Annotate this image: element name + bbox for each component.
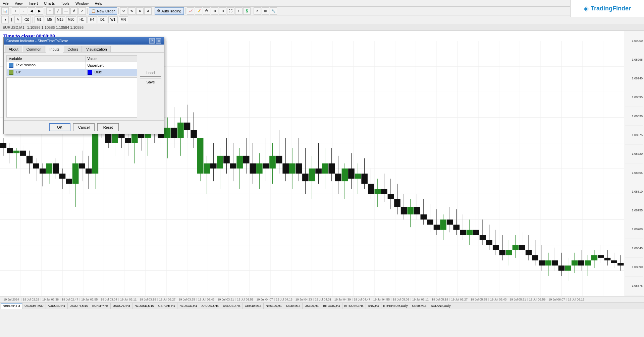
- menu-tools[interactable]: Tools: [59, 1, 71, 5]
- col-value: Value: [85, 56, 137, 62]
- tab-visualization[interactable]: Visualization: [83, 46, 111, 52]
- toolbar-scale[interactable]: ↕: [235, 7, 243, 15]
- price-14: 1.08875: [625, 277, 643, 295]
- indicator-dialog: Custom Indicator - ShowTimeToClose ? ✕ A…: [3, 37, 164, 134]
- tab-xauusd[interactable]: XAUUSD,H4: [199, 303, 221, 309]
- tab-usdcad[interactable]: USDCAD,H4: [111, 303, 132, 309]
- toolbar-minus[interactable]: ⊖: [219, 7, 226, 15]
- dialog-help-button[interactable]: ?: [149, 38, 155, 44]
- tab-cn50[interactable]: CN50,M15: [410, 303, 429, 309]
- row1-value[interactable]: UpperLeft: [85, 62, 137, 69]
- tab-nzdsgd[interactable]: NZDSGD,H4: [177, 303, 199, 309]
- tf-h4[interactable]: H4: [88, 16, 97, 23]
- save-button[interactable]: Save: [140, 78, 161, 86]
- toolbar-indicators[interactable]: 📈: [187, 7, 194, 15]
- toolbar-full[interactable]: ⛶: [227, 7, 234, 15]
- cancel-button[interactable]: Cancel: [73, 123, 95, 131]
- toolbar-zoom-out[interactable]: -: [20, 7, 27, 15]
- toolbar-btn4[interactable]: ↺: [144, 7, 152, 15]
- table-row[interactable]: Clr Blue: [7, 69, 137, 76]
- tab-nzdusd[interactable]: NZDUSD,M15: [132, 303, 156, 309]
- tab-xagusd[interactable]: XAGUSD,H4: [221, 303, 243, 309]
- tab-nas100[interactable]: NAS100,H1: [264, 303, 284, 309]
- table-row[interactable]: TextPosition UpperLeft: [7, 62, 137, 69]
- toolbar-new-chart[interactable]: 📊: [1, 7, 9, 15]
- toolbar-text[interactable]: A: [70, 7, 78, 15]
- tab-common[interactable]: Common: [23, 46, 45, 52]
- toolbar-zoom-in[interactable]: +: [12, 7, 19, 15]
- menu-window[interactable]: Window: [74, 1, 90, 5]
- tab-bitcoinc[interactable]: BITCOINC,H4: [342, 303, 366, 309]
- toolbar-btn1[interactable]: ⟳: [120, 7, 127, 15]
- tab-ger40[interactable]: GER40,M15: [243, 303, 264, 309]
- time-label-12: 19 Jul 03:59: [236, 298, 255, 301]
- toolbar-arrow[interactable]: ↗: [78, 7, 86, 15]
- tf-eraser[interactable]: ⌫: [23, 16, 31, 23]
- toolbar-period[interactable]: ⏱: [203, 7, 210, 15]
- toolbar-chart-type[interactable]: 🕯: [254, 7, 261, 15]
- tf-m30[interactable]: M30: [66, 16, 76, 23]
- tab-audusd[interactable]: AUDUSD,H1: [46, 303, 68, 309]
- tf-mn[interactable]: MN: [119, 16, 128, 23]
- toolbar-template[interactable]: 📝: [195, 7, 202, 15]
- time-label-18: 19 Jul 04:47: [353, 298, 372, 301]
- toolbar-crosshair[interactable]: ✛: [46, 7, 54, 15]
- dialog-close-button[interactable]: ✕: [156, 38, 161, 44]
- tab-usdchf[interactable]: USDCHF,M30: [22, 303, 46, 309]
- price-7: 1.08720: [625, 145, 643, 163]
- tab-eurjpy[interactable]: EURJPY,H4: [90, 303, 111, 309]
- ok-button[interactable]: OK: [49, 123, 70, 131]
- tf-m15[interactable]: M15: [55, 16, 65, 23]
- menu-charts[interactable]: Charts: [43, 1, 56, 5]
- toolbar-hline[interactable]: —: [62, 7, 70, 15]
- row1-icon: [9, 63, 13, 68]
- tab-gbpchf[interactable]: GBPCHF,H1: [156, 303, 178, 309]
- tf-pencil[interactable]: ✎: [14, 16, 22, 23]
- tab-uk100[interactable]: UK100,H1: [303, 303, 321, 309]
- tab-us30[interactable]: US30,M15: [284, 303, 303, 309]
- tf-d1[interactable]: D1: [98, 16, 107, 23]
- menu-file[interactable]: File: [1, 1, 10, 5]
- separator-2: [45, 8, 45, 14]
- tf-m1[interactable]: M1: [35, 16, 44, 23]
- tab-usdjpy[interactable]: USDJPY,M15: [68, 303, 90, 309]
- time-label-29: 19 Jul 06:15: [567, 298, 586, 301]
- toolbar-scroll-left[interactable]: ◀: [28, 7, 35, 15]
- tf-arrow-left[interactable]: ◂: [1, 16, 9, 23]
- menu-help[interactable]: Help: [93, 1, 104, 5]
- toolbar-line[interactable]: ╱: [54, 7, 62, 15]
- row2-value[interactable]: Blue: [85, 69, 137, 76]
- logo-text: TradingFinder: [591, 5, 631, 12]
- tab-ethereum[interactable]: ETHEREUM,Daily: [381, 303, 410, 309]
- tab-gbpusd[interactable]: GBPUSD,H4: [1, 303, 22, 309]
- toolbar-plus[interactable]: ⊕: [211, 7, 218, 15]
- time-label-9: 19 Jul 03:35: [177, 298, 197, 301]
- load-button[interactable]: Load: [140, 69, 161, 77]
- tf-m5[interactable]: M5: [45, 16, 54, 23]
- auto-trading-button[interactable]: ⚙ AutoTrading: [155, 7, 184, 15]
- reset-button[interactable]: Reset: [97, 123, 119, 131]
- menu-bar: File View Insert Charts Tools Window Hel…: [0, 0, 644, 7]
- price-11: 1.08700: [625, 220, 643, 239]
- tab-colors[interactable]: Colors: [64, 46, 82, 52]
- price-6: 1.08975: [625, 126, 643, 144]
- menu-view[interactable]: View: [13, 1, 24, 5]
- dialog-empty-area: [6, 77, 137, 118]
- menu-insert[interactable]: Insert: [27, 1, 39, 5]
- tf-w1[interactable]: W1: [108, 16, 118, 23]
- tab-solana[interactable]: SOLANA,Daily: [429, 303, 453, 309]
- toolbar-scroll-right[interactable]: ▶: [36, 7, 43, 15]
- toolbar-btn2[interactable]: ⟲: [128, 7, 136, 15]
- time-label-10: 19 Jul 03:43: [197, 298, 216, 301]
- new-order-button[interactable]: 📋 New Order: [89, 7, 117, 15]
- tab-brn[interactable]: BRN,H4: [366, 303, 381, 309]
- toolbar-grid[interactable]: ⊞: [262, 7, 269, 15]
- tab-inputs[interactable]: Inputs: [46, 46, 63, 53]
- tf-h1[interactable]: H1: [77, 16, 87, 23]
- tab-bitcoin[interactable]: BITCOIN,H4: [321, 303, 342, 309]
- toolbar-properties[interactable]: 🔧: [270, 7, 277, 15]
- toolbar-price[interactable]: 💲: [243, 7, 251, 15]
- tab-about[interactable]: About: [5, 46, 22, 52]
- dialog-title-bar[interactable]: Custom Indicator - ShowTimeToClose ? ✕: [4, 37, 164, 45]
- toolbar-btn3[interactable]: ↻: [136, 7, 144, 15]
